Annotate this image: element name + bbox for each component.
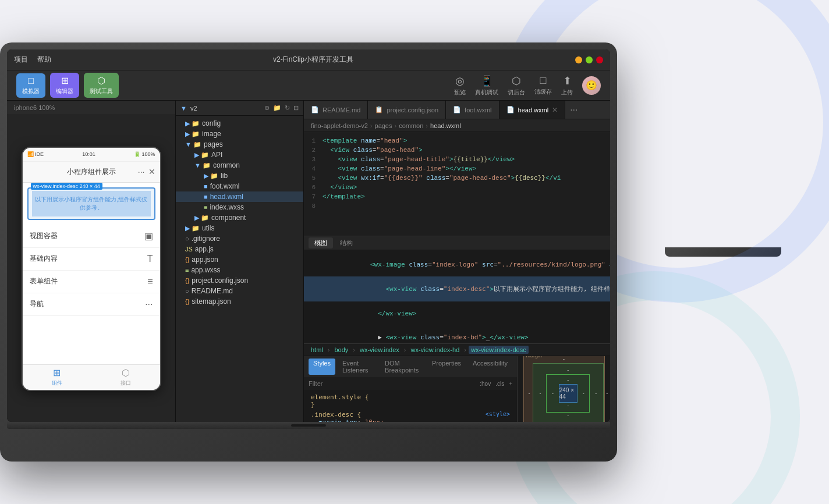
styles-tab-styles[interactable]: Styles bbox=[309, 359, 335, 375]
editor-label: 编辑器 bbox=[56, 87, 73, 95]
menu-bar: 项目 帮助 bbox=[14, 55, 51, 65]
file-tree-collapse-icon[interactable]: ⊟ bbox=[293, 104, 299, 112]
tree-item-app-js[interactable]: JS app.js bbox=[176, 244, 303, 254]
phone-nav-components[interactable]: ⊞ 组件 bbox=[52, 367, 62, 387]
list-item-icon: ≡ bbox=[147, 276, 153, 287]
phone-debug-action[interactable]: 📱 真机调试 bbox=[475, 74, 498, 97]
tree-item-image[interactable]: ▶ 📁 image bbox=[176, 129, 303, 139]
list-item[interactable]: 导航 ··· bbox=[23, 293, 160, 316]
phone-content: wx-view.index-desc 240 × 44 以下用展示小程序官方组件… bbox=[23, 183, 160, 364]
clear-cache-label: 清缓存 bbox=[534, 88, 552, 96]
folder-icon: ▶ 📁 bbox=[185, 130, 200, 138]
filter-cls[interactable]: .cls bbox=[495, 381, 504, 387]
tree-item-foot-wxml[interactable]: ■ foot.wxml bbox=[176, 181, 303, 191]
phone-nav-bar: 小程序组件展示 ··· ✕ bbox=[23, 162, 160, 183]
tab-bar: 📄 README.md 📋 project.config.json 📄 foot… bbox=[304, 101, 610, 119]
file-tree-action-icon[interactable]: ⊕ bbox=[264, 104, 270, 112]
preview-icon: ◎ bbox=[455, 74, 465, 87]
tree-item-label: index.wxss bbox=[210, 203, 244, 211]
upload-action[interactable]: ⬆ 上传 bbox=[561, 74, 573, 97]
cut-log-action[interactable]: ⬡ 切后台 bbox=[508, 74, 525, 97]
tree-item-label: README.md bbox=[192, 287, 233, 295]
tab-foot-icon: 📄 bbox=[453, 106, 461, 113]
filter-hov[interactable]: :hov bbox=[480, 381, 491, 387]
tree-item-label: component bbox=[211, 214, 246, 222]
file-tree-root-label: v2 bbox=[190, 105, 197, 112]
tab-close-icon[interactable]: ✕ bbox=[552, 106, 558, 114]
tree-item-component[interactable]: ▶ 📁 component bbox=[176, 212, 303, 223]
tab-readme[interactable]: 📄 README.md bbox=[304, 101, 368, 119]
tree-item-index-wxss[interactable]: ≡ index.wxss bbox=[176, 202, 303, 212]
tab-project-icon: 📋 bbox=[375, 106, 383, 113]
list-item[interactable]: 基础内容 T bbox=[23, 248, 160, 271]
editor-button[interactable]: ⊞ 编辑器 bbox=[50, 73, 79, 98]
tab-foot-wxml[interactable]: 📄 foot.wxml bbox=[446, 101, 499, 119]
minimize-button[interactable] bbox=[575, 56, 582, 63]
element-label: wx-view.index-desc 240 × 44 bbox=[31, 183, 102, 190]
menu-item-project[interactable]: 项目 bbox=[14, 55, 28, 65]
phone-debug-label: 真机调试 bbox=[475, 88, 498, 97]
test-button[interactable]: ⬡ 测试工具 bbox=[84, 73, 119, 98]
tree-item-head-wxml[interactable]: ■ head.wxml bbox=[176, 191, 303, 202]
tree-item-pages[interactable]: ▼ 📁 pages bbox=[176, 139, 303, 150]
selector-body[interactable]: body bbox=[332, 346, 350, 354]
styles-content: element.style { } .index-desc { <style> … bbox=[304, 390, 517, 422]
maximize-button[interactable] bbox=[586, 56, 593, 63]
close-button[interactable] bbox=[596, 56, 603, 63]
title-bar: 项目 帮助 v2-FinClip小程序开发工具 bbox=[7, 49, 610, 70]
code-area[interactable]: 1 <template name="head"> 2 <view class="… bbox=[304, 132, 610, 236]
clear-cache-action[interactable]: □ 清缓存 bbox=[534, 74, 552, 96]
filter-plus[interactable]: + bbox=[509, 381, 512, 387]
devtools-tab-elements[interactable]: 概图 bbox=[309, 237, 333, 249]
file-tree-folder-icon[interactable]: 📁 bbox=[273, 104, 281, 112]
tree-item-sitemap[interactable]: {} sitemap.json bbox=[176, 296, 303, 307]
phone-time: 10:01 bbox=[82, 151, 95, 157]
tree-item-utils[interactable]: ▶ 📁 utils bbox=[176, 223, 303, 233]
api-nav-icon: ⬡ bbox=[122, 367, 130, 378]
tree-item-app-json[interactable]: {} app.json bbox=[176, 254, 303, 265]
css-link-style[interactable]: <style> bbox=[486, 411, 510, 417]
devtools-panel: 概图 结构 <wx-image class="index-logo" src="… bbox=[304, 236, 610, 422]
selector-wx-view-index-hd[interactable]: wx-view.index-hd bbox=[409, 346, 462, 354]
upload-label: 上传 bbox=[561, 88, 573, 97]
tree-item-config[interactable]: ▶ 📁 config bbox=[176, 118, 303, 129]
tab-head-wxml[interactable]: 📄 head.wxml ✕ bbox=[499, 101, 566, 119]
selector-html[interactable]: html bbox=[309, 346, 325, 354]
tree-item-lib[interactable]: ▶ 📁 lib bbox=[176, 171, 303, 181]
more-icon[interactable]: ··· bbox=[138, 167, 145, 176]
phone-nav-api[interactable]: ⬡ 接口 bbox=[121, 367, 131, 387]
styles-tab-properties[interactable]: Properties bbox=[427, 359, 466, 375]
tree-item-common[interactable]: ▼ 📁 common bbox=[176, 160, 303, 171]
devtools-tab-console[interactable]: 结构 bbox=[334, 237, 359, 249]
file-tree-refresh-icon[interactable]: ↻ bbox=[285, 104, 290, 112]
phone-nav-title: 小程序组件展示 bbox=[67, 167, 116, 177]
tree-item-readme[interactable]: ○ README.md bbox=[176, 286, 303, 296]
menu-item-help[interactable]: 帮助 bbox=[37, 55, 51, 65]
editor-icon: ⊞ bbox=[61, 75, 69, 86]
tab-more-button[interactable]: ··· bbox=[565, 105, 582, 115]
list-item[interactable]: 视图容器 ▣ bbox=[23, 225, 160, 248]
styles-tab-accessibility[interactable]: Accessibility bbox=[468, 359, 512, 375]
tab-project-config[interactable]: 📋 project.config.json bbox=[368, 101, 446, 119]
tree-item-gitignore[interactable]: ○ .gitignore bbox=[176, 233, 303, 244]
selector-wx-view-index-desc[interactable]: wx-view.index-desc bbox=[469, 346, 529, 354]
selector-wx-view-index[interactable]: wx-view.index bbox=[357, 346, 402, 354]
styles-tab-dom-breakpoints[interactable]: DOM Breakpoints bbox=[380, 359, 425, 375]
editor-area: 📄 README.md 📋 project.config.json 📄 foot… bbox=[304, 101, 610, 422]
list-item[interactable]: 表单组件 ≡ bbox=[23, 271, 160, 293]
code-line-4: 4 <view class="page-head-line"></view> bbox=[304, 165, 610, 174]
tree-item-project-config[interactable]: {} project.config.json bbox=[176, 275, 303, 286]
breadcrumb-bar: fino-applet-demo-v2 › pages › common › h… bbox=[304, 119, 610, 132]
tab-head-label: head.wxml bbox=[518, 107, 549, 113]
close-icon[interactable]: ✕ bbox=[148, 167, 155, 176]
preview-action[interactable]: ◎ 预览 bbox=[454, 74, 466, 97]
simulator-button[interactable]: □ 模拟器 bbox=[16, 73, 45, 98]
filter-input[interactable] bbox=[309, 380, 475, 387]
element-highlight: wx-view.index-desc 240 × 44 以下用展示小程序官方组件… bbox=[27, 187, 155, 220]
styles-tab-event-listeners[interactable]: Event Listeners bbox=[338, 359, 378, 375]
tree-item-app-wxss[interactable]: ≡ app.wxss bbox=[176, 265, 303, 275]
avatar[interactable]: 🙂 bbox=[582, 76, 601, 95]
tree-item-api[interactable]: ▶ 📁 API bbox=[176, 150, 303, 160]
code-line-2: 2 <view class="page-head"> bbox=[304, 146, 610, 155]
toolbar-left: □ 模拟器 ⊞ 编辑器 ⬡ 测试工具 bbox=[16, 73, 119, 98]
